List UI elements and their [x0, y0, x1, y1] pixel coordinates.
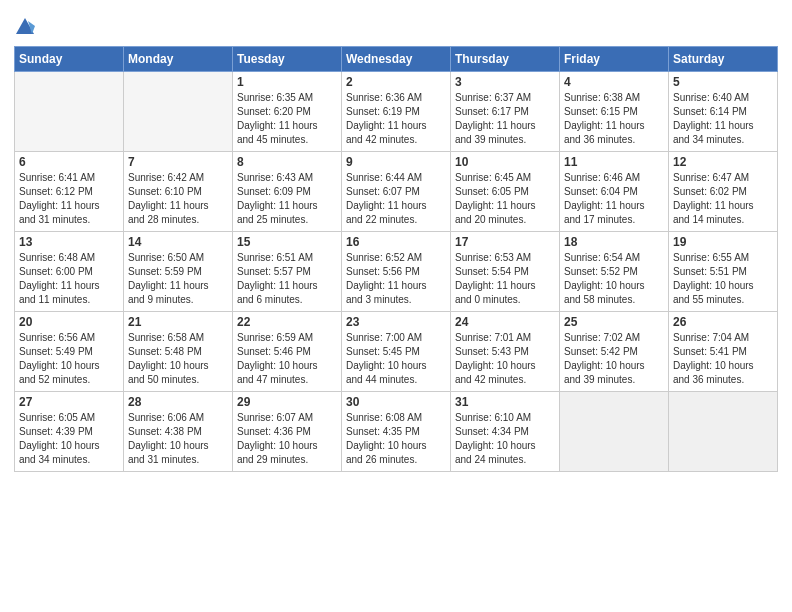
day-number: 2	[346, 75, 446, 89]
weekday-header-monday: Monday	[124, 47, 233, 72]
calendar-cell: 16Sunrise: 6:52 AMSunset: 5:56 PMDayligh…	[342, 232, 451, 312]
day-info: Sunrise: 6:35 AMSunset: 6:20 PMDaylight:…	[237, 91, 337, 147]
day-number: 10	[455, 155, 555, 169]
day-info: Sunrise: 6:40 AMSunset: 6:14 PMDaylight:…	[673, 91, 773, 147]
day-number: 9	[346, 155, 446, 169]
calendar-cell: 28Sunrise: 6:06 AMSunset: 4:38 PMDayligh…	[124, 392, 233, 472]
day-info: Sunrise: 6:37 AMSunset: 6:17 PMDaylight:…	[455, 91, 555, 147]
calendar-cell: 6Sunrise: 6:41 AMSunset: 6:12 PMDaylight…	[15, 152, 124, 232]
calendar-cell: 20Sunrise: 6:56 AMSunset: 5:49 PMDayligh…	[15, 312, 124, 392]
calendar-week-row: 27Sunrise: 6:05 AMSunset: 4:39 PMDayligh…	[15, 392, 778, 472]
calendar-week-row: 6Sunrise: 6:41 AMSunset: 6:12 PMDaylight…	[15, 152, 778, 232]
calendar-cell: 8Sunrise: 6:43 AMSunset: 6:09 PMDaylight…	[233, 152, 342, 232]
calendar-cell: 27Sunrise: 6:05 AMSunset: 4:39 PMDayligh…	[15, 392, 124, 472]
day-info: Sunrise: 7:00 AMSunset: 5:45 PMDaylight:…	[346, 331, 446, 387]
logo-icon	[14, 16, 36, 38]
day-info: Sunrise: 6:36 AMSunset: 6:19 PMDaylight:…	[346, 91, 446, 147]
day-number: 22	[237, 315, 337, 329]
calendar-cell: 14Sunrise: 6:50 AMSunset: 5:59 PMDayligh…	[124, 232, 233, 312]
calendar-cell: 26Sunrise: 7:04 AMSunset: 5:41 PMDayligh…	[669, 312, 778, 392]
calendar-week-row: 20Sunrise: 6:56 AMSunset: 5:49 PMDayligh…	[15, 312, 778, 392]
day-info: Sunrise: 6:53 AMSunset: 5:54 PMDaylight:…	[455, 251, 555, 307]
calendar-cell: 2Sunrise: 6:36 AMSunset: 6:19 PMDaylight…	[342, 72, 451, 152]
day-info: Sunrise: 6:41 AMSunset: 6:12 PMDaylight:…	[19, 171, 119, 227]
calendar-cell: 17Sunrise: 6:53 AMSunset: 5:54 PMDayligh…	[451, 232, 560, 312]
calendar-cell: 18Sunrise: 6:54 AMSunset: 5:52 PMDayligh…	[560, 232, 669, 312]
day-info: Sunrise: 6:38 AMSunset: 6:15 PMDaylight:…	[564, 91, 664, 147]
calendar-week-row: 1Sunrise: 6:35 AMSunset: 6:20 PMDaylight…	[15, 72, 778, 152]
day-info: Sunrise: 7:01 AMSunset: 5:43 PMDaylight:…	[455, 331, 555, 387]
calendar-cell	[560, 392, 669, 472]
calendar-table: SundayMondayTuesdayWednesdayThursdayFrid…	[14, 46, 778, 472]
day-number: 18	[564, 235, 664, 249]
day-info: Sunrise: 6:58 AMSunset: 5:48 PMDaylight:…	[128, 331, 228, 387]
calendar-cell: 22Sunrise: 6:59 AMSunset: 5:46 PMDayligh…	[233, 312, 342, 392]
day-number: 7	[128, 155, 228, 169]
day-info: Sunrise: 6:55 AMSunset: 5:51 PMDaylight:…	[673, 251, 773, 307]
day-number: 13	[19, 235, 119, 249]
calendar-cell: 31Sunrise: 6:10 AMSunset: 4:34 PMDayligh…	[451, 392, 560, 472]
calendar-cell: 10Sunrise: 6:45 AMSunset: 6:05 PMDayligh…	[451, 152, 560, 232]
day-info: Sunrise: 6:42 AMSunset: 6:10 PMDaylight:…	[128, 171, 228, 227]
weekday-header-thursday: Thursday	[451, 47, 560, 72]
calendar-header-row: SundayMondayTuesdayWednesdayThursdayFrid…	[15, 47, 778, 72]
calendar-cell: 7Sunrise: 6:42 AMSunset: 6:10 PMDaylight…	[124, 152, 233, 232]
calendar-cell: 24Sunrise: 7:01 AMSunset: 5:43 PMDayligh…	[451, 312, 560, 392]
day-info: Sunrise: 6:46 AMSunset: 6:04 PMDaylight:…	[564, 171, 664, 227]
calendar-cell	[669, 392, 778, 472]
calendar-cell: 3Sunrise: 6:37 AMSunset: 6:17 PMDaylight…	[451, 72, 560, 152]
calendar-cell: 15Sunrise: 6:51 AMSunset: 5:57 PMDayligh…	[233, 232, 342, 312]
day-info: Sunrise: 7:02 AMSunset: 5:42 PMDaylight:…	[564, 331, 664, 387]
calendar-cell: 5Sunrise: 6:40 AMSunset: 6:14 PMDaylight…	[669, 72, 778, 152]
day-info: Sunrise: 7:04 AMSunset: 5:41 PMDaylight:…	[673, 331, 773, 387]
day-number: 14	[128, 235, 228, 249]
calendar-cell: 11Sunrise: 6:46 AMSunset: 6:04 PMDayligh…	[560, 152, 669, 232]
weekday-header-tuesday: Tuesday	[233, 47, 342, 72]
calendar-cell: 23Sunrise: 7:00 AMSunset: 5:45 PMDayligh…	[342, 312, 451, 392]
day-number: 27	[19, 395, 119, 409]
day-info: Sunrise: 6:10 AMSunset: 4:34 PMDaylight:…	[455, 411, 555, 467]
day-number: 29	[237, 395, 337, 409]
day-number: 1	[237, 75, 337, 89]
weekday-header-friday: Friday	[560, 47, 669, 72]
calendar-cell	[124, 72, 233, 152]
day-info: Sunrise: 6:43 AMSunset: 6:09 PMDaylight:…	[237, 171, 337, 227]
day-info: Sunrise: 6:05 AMSunset: 4:39 PMDaylight:…	[19, 411, 119, 467]
weekday-header-sunday: Sunday	[15, 47, 124, 72]
day-info: Sunrise: 6:45 AMSunset: 6:05 PMDaylight:…	[455, 171, 555, 227]
day-info: Sunrise: 6:59 AMSunset: 5:46 PMDaylight:…	[237, 331, 337, 387]
day-number: 25	[564, 315, 664, 329]
calendar-cell	[15, 72, 124, 152]
day-number: 8	[237, 155, 337, 169]
day-number: 20	[19, 315, 119, 329]
calendar-cell: 12Sunrise: 6:47 AMSunset: 6:02 PMDayligh…	[669, 152, 778, 232]
logo	[14, 14, 36, 38]
calendar-cell: 29Sunrise: 6:07 AMSunset: 4:36 PMDayligh…	[233, 392, 342, 472]
calendar-cell: 30Sunrise: 6:08 AMSunset: 4:35 PMDayligh…	[342, 392, 451, 472]
day-number: 6	[19, 155, 119, 169]
day-number: 16	[346, 235, 446, 249]
day-number: 21	[128, 315, 228, 329]
day-number: 12	[673, 155, 773, 169]
day-number: 4	[564, 75, 664, 89]
weekday-header-saturday: Saturday	[669, 47, 778, 72]
day-info: Sunrise: 6:52 AMSunset: 5:56 PMDaylight:…	[346, 251, 446, 307]
day-info: Sunrise: 6:50 AMSunset: 5:59 PMDaylight:…	[128, 251, 228, 307]
day-number: 26	[673, 315, 773, 329]
day-info: Sunrise: 6:54 AMSunset: 5:52 PMDaylight:…	[564, 251, 664, 307]
day-number: 3	[455, 75, 555, 89]
day-info: Sunrise: 6:47 AMSunset: 6:02 PMDaylight:…	[673, 171, 773, 227]
day-number: 23	[346, 315, 446, 329]
day-number: 24	[455, 315, 555, 329]
page: SundayMondayTuesdayWednesdayThursdayFrid…	[0, 0, 792, 612]
day-info: Sunrise: 6:06 AMSunset: 4:38 PMDaylight:…	[128, 411, 228, 467]
day-info: Sunrise: 6:07 AMSunset: 4:36 PMDaylight:…	[237, 411, 337, 467]
day-number: 19	[673, 235, 773, 249]
calendar-cell: 25Sunrise: 7:02 AMSunset: 5:42 PMDayligh…	[560, 312, 669, 392]
day-number: 17	[455, 235, 555, 249]
day-info: Sunrise: 6:51 AMSunset: 5:57 PMDaylight:…	[237, 251, 337, 307]
calendar-cell: 13Sunrise: 6:48 AMSunset: 6:00 PMDayligh…	[15, 232, 124, 312]
calendar-cell: 21Sunrise: 6:58 AMSunset: 5:48 PMDayligh…	[124, 312, 233, 392]
calendar-cell: 4Sunrise: 6:38 AMSunset: 6:15 PMDaylight…	[560, 72, 669, 152]
day-info: Sunrise: 6:44 AMSunset: 6:07 PMDaylight:…	[346, 171, 446, 227]
